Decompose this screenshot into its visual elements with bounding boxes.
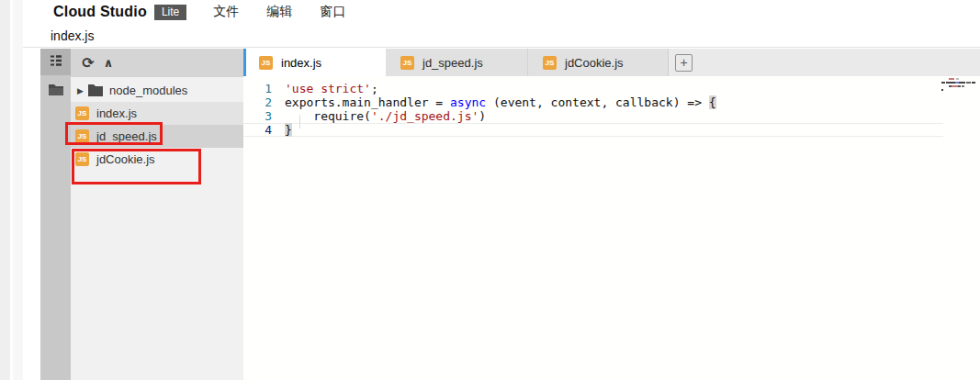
new-tab-zone: +: [668, 49, 693, 76]
main-menu: 文件 编辑 窗口: [199, 1, 359, 23]
explorer-toolbar: ⟳ ∧: [71, 49, 243, 77]
minimap[interactable]: [941, 78, 979, 100]
code-line: 4}: [243, 123, 943, 137]
refresh-icon[interactable]: ⟳: [78, 54, 98, 72]
js-file-icon: JS: [259, 56, 273, 70]
collapse-all-icon[interactable]: ∧: [98, 56, 118, 70]
line-number: 3: [243, 109, 272, 123]
folder-icon: [48, 84, 64, 100]
expand-caret-icon[interactable]: ▶: [77, 86, 86, 95]
folder-icon: [88, 84, 103, 96]
app-logo: Cloud Studio: [53, 4, 147, 20]
code-line: 3 require('./jd_speed.js'): [243, 109, 980, 123]
new-tab-button[interactable]: +: [675, 54, 693, 72]
menu-item-edit[interactable]: 编辑: [253, 1, 306, 23]
menu-item-window[interactable]: 窗口: [306, 1, 359, 23]
line-number: 2: [243, 95, 272, 109]
code-line: 2exports.main_handler = async (event, co…: [243, 95, 980, 109]
menu-item-file[interactable]: 文件: [199, 1, 253, 23]
minimap-line: [941, 89, 979, 91]
tab-index-js[interactable]: JS index.js: [243, 49, 386, 76]
window-title: index.js: [51, 28, 94, 43]
left-gutter-strip-2: [13, 0, 23, 380]
title-bar: index.js: [23, 24, 980, 48]
js-file-icon: JS: [400, 56, 414, 70]
annotation-rect-jdcookie: [72, 149, 201, 184]
code-line: 1'use strict';: [243, 82, 980, 95]
tab-label: index.js: [281, 56, 321, 70]
tab-jd-speed-js[interactable]: JS jd_speed.js: [386, 49, 527, 76]
menu-bar: Cloud Studio Lite 文件 编辑 窗口: [23, 0, 980, 24]
code-editor[interactable]: 1'use strict';2exports.main_handler = as…: [243, 76, 980, 380]
tab-label: jdCookie.js: [565, 56, 624, 70]
code-lines: 1'use strict';2exports.main_handler = as…: [243, 76, 980, 137]
tree-item-node-modules[interactable]: ▶ node_modules: [71, 79, 243, 102]
tree-list-icon: [49, 53, 63, 72]
indent-guide: [299, 115, 300, 129]
editor-tab-bar: JS index.js JS jd_speed.js JS jdCookie.j…: [243, 49, 980, 76]
explorer-tree-button[interactable]: [40, 49, 71, 75]
tree-item-label: node_modules: [109, 84, 187, 97]
minimap-line: [941, 85, 979, 87]
cloud-studio-window: Cloud Studio Lite 文件 编辑 窗口 index.js: [0, 0, 980, 380]
tab-label: jd_speed.js: [422, 56, 483, 70]
left-gutter-strip: [0, 0, 10, 380]
line-number: 4: [243, 124, 272, 136]
minimap-line: [941, 82, 979, 84]
lite-badge: Lite: [154, 5, 186, 20]
annotation-rect-jd-speed: [65, 122, 163, 145]
js-file-icon: JS: [75, 106, 89, 120]
js-file-icon: JS: [543, 56, 557, 70]
line-number: 1: [243, 82, 272, 95]
file-explorer-panel: ⟳ ∧ ▶ node_modules JS index.js JS jd_spe…: [71, 49, 243, 380]
tab-jdcookie-js[interactable]: JS jdCookie.js: [527, 49, 668, 76]
open-folder-button[interactable]: [40, 79, 71, 105]
tree-item-label: index.js: [96, 106, 137, 120]
minimap-line: [941, 78, 979, 80]
activity-rail: [40, 49, 71, 380]
